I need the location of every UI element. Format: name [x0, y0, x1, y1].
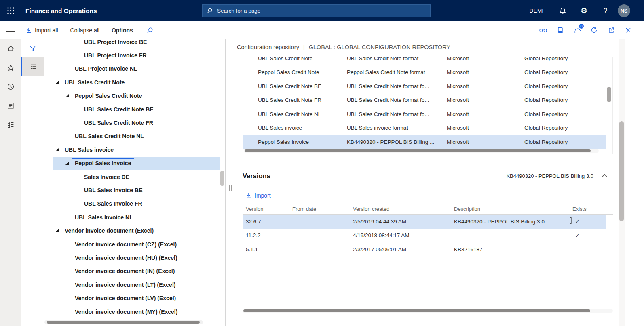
- tree-item[interactable]: Vendor invoice document (LT) (Excel): [44, 278, 220, 291]
- tree-item[interactable]: Peppol Sales Credit Note: [44, 89, 220, 103]
- nav-menu-icon[interactable]: [6, 27, 15, 36]
- chevron-up-icon[interactable]: [602, 174, 607, 179]
- repo-grid-row[interactable]: UBL Sales Credit Note NLUBL Sales Credit…: [243, 107, 606, 121]
- tree-horizontal-scrollbar-thumb[interactable]: [47, 321, 200, 324]
- app-launcher-icon[interactable]: [0, 0, 21, 21]
- nav-rail: [0, 39, 21, 326]
- grid-vertical-scrollbar-thumb[interactable]: [607, 87, 611, 102]
- repo-grid-row-selected[interactable]: Peppol Sales InvoiceKB4490320 - PEPPOL B…: [243, 135, 606, 149]
- version-row[interactable]: 5.1.12/3/2017 05:06:01 AMKB3216187: [243, 242, 606, 257]
- tree-item[interactable]: Vendor invoice document (CZ) (Excel): [44, 238, 220, 251]
- col-from-date[interactable]: From date: [292, 206, 353, 212]
- col-description[interactable]: Description: [454, 206, 572, 212]
- col-exists[interactable]: Exists: [572, 206, 613, 212]
- refresh-icon[interactable]: [590, 27, 598, 34]
- cell-version-created: 4/19/2018 08:44:17 AM: [353, 232, 454, 238]
- repo-grid-row[interactable]: UBL Sales Credit Note FRUBL Sales Credit…: [243, 93, 606, 107]
- notifications-bell-icon[interactable]: [552, 0, 573, 21]
- home-icon[interactable]: [0, 39, 21, 58]
- import-button[interactable]: Import: [246, 192, 271, 199]
- collapse-triangle-icon[interactable]: [65, 162, 69, 165]
- filter-funnel-icon[interactable]: [21, 39, 44, 57]
- download-icon: [246, 193, 251, 198]
- tree-item[interactable]: Sales Invoice DE: [44, 170, 220, 183]
- actionbar-search-icon[interactable]: [147, 27, 153, 34]
- col-version-created[interactable]: Version created: [353, 206, 454, 212]
- tree-item-label: Vendor invoice document (LT) (Excel): [75, 282, 175, 288]
- panel-splitter[interactable]: [226, 39, 236, 326]
- collapse-all-button[interactable]: Collapse all: [70, 27, 99, 34]
- repo-grid-row[interactable]: Peppol Sales Credit NotePeppol Sales Cre…: [243, 65, 606, 80]
- tree-item-label: Vendor invoice document (MY) (Excel): [75, 309, 177, 315]
- cell-provider: Microsoft: [447, 97, 524, 103]
- tree-item[interactable]: Vendor invoice document (HU) (Excel): [44, 251, 220, 264]
- collapse-triangle-icon[interactable]: [55, 81, 59, 84]
- grid-horizontal-scrollbar-thumb[interactable]: [245, 149, 591, 152]
- company-picker[interactable]: DEMF: [523, 8, 552, 14]
- tree-item[interactable]: UBL Sales Invoice NL: [44, 210, 220, 224]
- task-guide-book-icon[interactable]: [556, 27, 564, 34]
- tree-item[interactable]: Vendor invoice document (MY) (Excel): [44, 305, 220, 318]
- options-menu[interactable]: Options: [112, 27, 133, 34]
- messages-bubble-icon[interactable]: 0: [573, 27, 581, 34]
- tree-item[interactable]: UBL Sales Credit Note BE: [44, 103, 220, 116]
- collapse-triangle-icon[interactable]: [55, 148, 59, 151]
- versions-title: Versions: [243, 172, 270, 180]
- repo-grid-row[interactable]: UBL Sales invoiceUBL Sales invoice forma…: [243, 121, 606, 135]
- page-search-box[interactable]: [202, 4, 431, 17]
- page-vertical-scrollbar-thumb[interactable]: [619, 121, 624, 221]
- collapse-all-label: Collapse all: [70, 27, 99, 34]
- favorites-star-icon[interactable]: [0, 58, 21, 77]
- open-in-new-window-icon[interactable]: [607, 27, 615, 34]
- tree-item[interactable]: UBL Project Invoice BE: [44, 39, 220, 48]
- tree-item[interactable]: UBL Project Invoice FR: [44, 48, 220, 62]
- repo-grid-row[interactable]: UBL Sales Credit NoteUBL Sales Credit No…: [243, 57, 606, 65]
- configurations-pane-tab[interactable]: [21, 57, 44, 76]
- recent-clock-icon[interactable]: [0, 77, 21, 96]
- tree-item[interactable]: Vendor invoice document (IN) (Excel): [44, 265, 220, 278]
- tree-item[interactable]: UBL Sales Credit Note NL: [44, 130, 220, 143]
- tree-item-label: UBL Project Invoice BE: [84, 39, 147, 45]
- cell-description: KB4490320 - PEPPOL BIS Billing ...: [347, 139, 447, 145]
- settings-gear-icon[interactable]: ⚙: [573, 0, 595, 21]
- glasses-icon[interactable]: [539, 27, 547, 33]
- main-content: Configuration repository|GLOBAL : GLOBAL…: [236, 39, 644, 326]
- import-all-button[interactable]: Import all: [26, 27, 58, 34]
- close-icon[interactable]: [624, 27, 632, 33]
- tree-item[interactable]: UBL Project Invoice NL: [44, 62, 220, 76]
- tree-item[interactable]: UBL Sales Invoice BE: [44, 183, 220, 197]
- top-navigation-bar: Finance and Operations DEMF ⚙ ? NS: [0, 0, 644, 21]
- user-avatar[interactable]: NS: [618, 4, 630, 17]
- version-row-selected[interactable]: 32.6.72/5/2019 04:44:39 AMKB4490320 - PE…: [243, 215, 606, 229]
- tree-item[interactable]: Vendor invoice document (Excel): [44, 224, 220, 237]
- search-input[interactable]: [216, 7, 426, 14]
- workspaces-list-icon[interactable]: [0, 115, 21, 134]
- cell-version: 11.2.2: [246, 232, 292, 238]
- col-version[interactable]: Version: [246, 206, 292, 212]
- tree-item[interactable]: UBL Sales Invoice FR: [44, 197, 220, 210]
- tree-item[interactable]: UBL Sales Credit Note FR: [44, 116, 220, 129]
- cell-name: UBL Sales Credit Note NL: [258, 111, 347, 117]
- help-icon[interactable]: ?: [595, 0, 616, 21]
- cell-description: UBL Sales invoice format: [347, 125, 447, 131]
- versions-header[interactable]: Versions KB4490320 - PEPPOL BIS Billing …: [236, 166, 613, 186]
- tree-item-selected[interactable]: Peppol Sales Invoice: [44, 157, 220, 170]
- app-title[interactable]: Finance and Operations: [25, 7, 97, 15]
- tree-item[interactable]: Vendor invoice document (LV) (Excel): [44, 291, 220, 305]
- collapse-triangle-icon[interactable]: [65, 94, 69, 97]
- versions-section: Versions KB4490320 - PEPPOL BIS Billing …: [236, 166, 613, 186]
- tree-item-label: UBL Project Invoice FR: [84, 52, 147, 59]
- version-row[interactable]: 11.2.24/19/2018 08:44:17 AM✓: [243, 229, 606, 243]
- tree-item[interactable]: UBL Sales invoice: [44, 143, 220, 156]
- tree-item-label: Vendor invoice document (CZ) (Excel): [75, 241, 177, 248]
- tree-item-label: Vendor invoice document (HU) (Excel): [75, 254, 177, 261]
- versions-horizontal-scrollbar-thumb[interactable]: [243, 309, 590, 312]
- tree-vertical-scrollbar-thumb[interactable]: [220, 171, 224, 186]
- form-document-icon[interactable]: [0, 96, 21, 115]
- collapse-triangle-icon[interactable]: [55, 229, 59, 232]
- tree-item[interactable]: UBL Sales Credit Note: [44, 76, 220, 89]
- waffle-icon: [7, 7, 15, 15]
- repo-grid-row[interactable]: UBL Sales Credit Note BEUBL Sales Credit…: [243, 79, 606, 93]
- tree-item-label: UBL Sales Credit Note: [65, 79, 125, 86]
- versions-horizontal-scrollbar: [243, 309, 613, 313]
